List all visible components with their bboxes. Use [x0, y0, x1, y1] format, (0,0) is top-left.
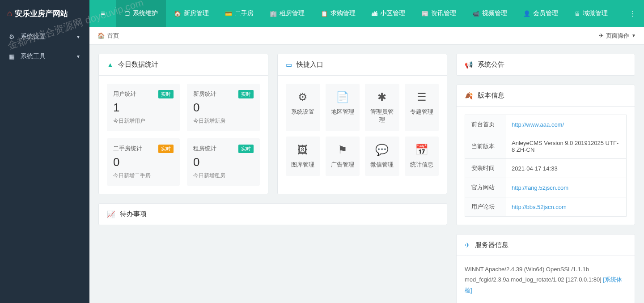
card-icon: ▭ [286, 61, 292, 69]
todo-title: 待办事项 [120, 210, 147, 218]
nav-icon: 👤 [523, 10, 530, 17]
sidebar-icon: ⚙ [9, 33, 16, 40]
version-panel: 🍂 版本信息 前台首页http://www.aaa.com/当前版本Anleye… [456, 85, 635, 225]
nav-icon: 💳 [225, 10, 232, 17]
quick-icon: 💬 [369, 144, 396, 156]
server-title: 服务器信息 [475, 241, 508, 249]
send-icon: ✈ [599, 32, 604, 39]
table-row: 安装时间2021-04-17 14:33 [465, 159, 627, 178]
nav-item-2[interactable]: 💳二手房 [217, 0, 262, 27]
nav-icon: 🖥 [574, 10, 580, 17]
sidebar-item-1[interactable]: ▦系统工具▼ [0, 47, 89, 66]
nav-item-9[interactable]: 🖥域微管理 [566, 0, 616, 27]
version-link-0[interactable]: http://www.aaa.com/ [512, 121, 564, 128]
realtime-badge: 实时 [238, 90, 254, 98]
stats-title: 今日数据统计 [118, 60, 158, 69]
page-ops-button[interactable]: ✈ 页面操作 ▼ [599, 32, 636, 40]
quick-card-1[interactable]: 📄地区管理 [326, 84, 360, 131]
quick-card-5[interactable]: ⚑广告管理 [326, 137, 360, 176]
nav-item-3[interactable]: 🏢租房管理 [262, 0, 313, 27]
table-row: 用户论坛http://bbs.52jscn.com [465, 197, 627, 217]
nav-icon: 📋 [321, 10, 328, 17]
chevron-down-icon: ▼ [76, 34, 80, 39]
logo: ⌂ 安乐业房产网站 [0, 0, 89, 27]
notice-panel: 📢 系统公告 [456, 54, 635, 76]
table-row: 当前版本AnleyeCMS Version 9.0 201912025 UTF-… [465, 134, 627, 159]
home-icon: 🏠 [97, 32, 105, 39]
chevron-down-icon: ▼ [631, 33, 636, 38]
breadcrumb-home[interactable]: 首页 [107, 32, 119, 40]
chevron-down-icon: ▼ [76, 54, 80, 59]
hamburger-icon[interactable]: ≡ [89, 9, 116, 17]
nav-item-8[interactable]: 👤会员管理 [515, 0, 566, 27]
version-link-4[interactable]: http://bbs.52jscn.com [512, 204, 567, 210]
notice-title: 系统公告 [478, 60, 504, 69]
quick-icon: ✱ [369, 91, 396, 103]
quick-card-6[interactable]: 💬微信管理 [365, 137, 399, 176]
quick-card-2[interactable]: ✱管理员管理 [365, 84, 399, 131]
stat-card-1: 实时新房统计0今日新增新房 [187, 84, 260, 131]
quick-card-4[interactable]: 🖼图库管理 [286, 137, 320, 176]
quick-icon: 📄 [329, 91, 356, 103]
quick-card-7[interactable]: 📅统计信息 [405, 137, 439, 176]
version-title: 版本信息 [478, 91, 504, 100]
leaf-icon: 🍂 [465, 92, 473, 100]
table-row: 官方网站http://fang.52jscn.com [465, 178, 627, 197]
nav-more-icon[interactable]: ⋮ [621, 9, 644, 18]
warning-icon: ▲ [107, 61, 114, 68]
nav-item-4[interactable]: 📋求购管理 [313, 0, 364, 27]
quick-icon: ⚑ [329, 144, 356, 156]
realtime-badge: 实时 [158, 90, 174, 98]
quick-title: 快捷入口 [297, 60, 323, 69]
nav-item-1[interactable]: 🏠新房管理 [166, 0, 217, 27]
server-panel: ✈ 服务器信息 WINNT Apache/2.4.39 (Win64) Open… [456, 234, 635, 303]
nav-icon: 🖵 [124, 10, 130, 17]
quick-card-3[interactable]: ☰专题管理 [405, 84, 439, 131]
stat-card-0: 实时用户统计1今日新增用户 [107, 84, 180, 131]
quick-icon: ☰ [408, 91, 436, 103]
breadcrumb: 🏠 首页 ✈ 页面操作 ▼ [89, 27, 644, 45]
quick-panel: ▭ 快捷入口 ⚙系统设置📄地区管理✱管理员管理☰专题管理🖼图库管理⚑广告管理💬微… [277, 54, 447, 194]
logo-text: 安乐业房产网站 [15, 9, 68, 19]
nav-icon: 🏢 [270, 10, 277, 17]
table-row: 前台首页http://www.aaa.com/ [465, 115, 627, 134]
horn-icon: 📢 [465, 61, 473, 69]
quick-icon: 📅 [408, 144, 436, 156]
chart-icon: 📈 [107, 210, 115, 218]
version-link-3[interactable]: http://fang.52jscn.com [512, 184, 568, 191]
nav-item-6[interactable]: 📰资讯管理 [413, 0, 464, 27]
todo-panel: 📈 待办事项 [98, 203, 447, 225]
logo-icon: ⌂ [7, 9, 12, 18]
quick-icon: ⚙ [289, 91, 317, 103]
nav-item-7[interactable]: 📹视频管理 [464, 0, 515, 27]
nav-item-5[interactable]: 🏙小区管理 [364, 0, 413, 27]
nav-icon: 🏙 [372, 10, 377, 17]
server-info-text: WINNT Apache/2.4.39 (Win64) OpenSSL/1.1.… [465, 266, 603, 283]
nav-item-0[interactable]: 🖵系统维护 [116, 0, 166, 27]
realtime-badge: 实时 [158, 145, 174, 153]
sidebar-item-0[interactable]: ⚙系统设置▼ [0, 27, 89, 47]
realtime-badge: 实时 [238, 145, 254, 153]
nav-icon: 🏠 [174, 10, 181, 17]
quick-card-0[interactable]: ⚙系统设置 [286, 84, 320, 131]
stats-panel: ▲ 今日数据统计 实时用户统计1今日新增用户实时新房统计0今日新增新房实时二手房… [98, 54, 268, 194]
top-nav: ≡ 🖵系统维护🏠新房管理💳二手房🏢租房管理📋求购管理🏙小区管理📰资讯管理📹视频管… [89, 0, 644, 27]
sidebar-icon: ▦ [9, 53, 16, 60]
stat-card-3: 实时租房统计0今日新增租房 [187, 138, 260, 186]
nav-icon: 📹 [472, 10, 479, 17]
nav-icon: 📰 [421, 10, 428, 17]
send-icon: ✈ [465, 241, 470, 249]
sidebar: ⌂ 安乐业房产网站 ⚙系统设置▼▦系统工具▼ [0, 0, 89, 303]
quick-icon: 🖼 [289, 144, 317, 156]
stat-card-2: 实时二手房统计0今日新增二手房 [107, 138, 180, 186]
